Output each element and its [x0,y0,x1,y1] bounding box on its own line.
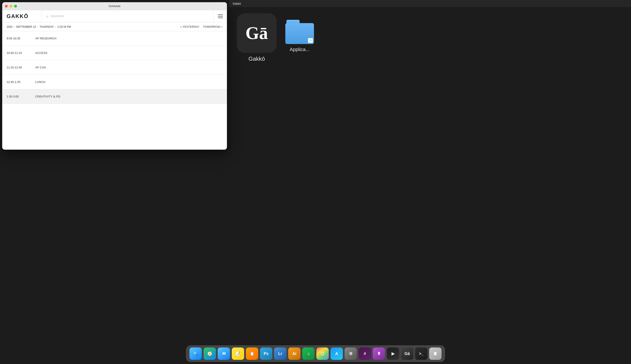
dock-icon-label-podcasts: 🎙 [377,352,381,356]
gakko-icon-label: Gakkō [248,56,265,62]
dock-icon-label-photos: ⬡ [321,351,324,356]
yesterday-button[interactable]: ‹‹ YESTERDAY [180,25,199,28]
dock-icon-label-terminal: >_ [419,352,424,356]
dock-icon-appstore[interactable]: A [331,348,343,360]
close-button[interactable] [5,4,8,8]
schedule-time: 9:05-10:35 [7,37,35,40]
menubar-left: Gakkō [233,2,241,5]
dock-icon-label-slack: # [364,352,366,356]
desktop: Schedule GAKKŌ ⌕ SEARCH 2020 [0,0,631,364]
schedule-list: 9:05-10:35 AP RESEARCH 10:40-11:10 ACCES… [2,31,227,150]
dock-icon-photos[interactable]: ⬡ [317,348,329,360]
schedule-item[interactable]: 1:30-3:00 CREATIVITY & PD [2,89,227,104]
menu-button[interactable] [214,10,227,22]
dock-icon-label-appstore: A [335,352,338,356]
schedule-time: 11:15-12:45 [7,66,35,69]
dock-icon-trash[interactable]: 🗑 [429,348,442,360]
dock-icon-label-notes: 📝 [235,351,240,356]
dock-icon-label-gakko: Gā [405,352,410,356]
window-controls [5,4,17,8]
breadcrumb-sep-1: › [14,25,15,28]
dock-icon-appletv[interactable]: ▶ [387,348,399,360]
breadcrumb-year: 2020 [7,25,13,28]
dock-icon-label-appletv: ▶ [392,351,395,356]
breadcrumb-sep-2: › [37,25,38,28]
dock-icon-label-sysprefs: ⚙ [349,351,353,356]
schedule-class-name: AP RESEARCH [35,37,56,40]
search-icon: ⌕ [46,14,49,18]
dock-icon-label-safari: 🧭 [207,351,212,356]
desktop-icon-applications[interactable]: ↗ Applica... [285,20,314,52]
hamburger-icon [218,14,223,18]
dock-icon-label-reminders: 📋 [250,351,254,356]
minimize-button[interactable] [10,4,12,8]
dock-icon-notes[interactable]: 📝 [232,348,244,360]
dock-icon-photoshop[interactable]: Ps [260,348,272,360]
schedule-time: 10:40-11:10 [7,51,35,54]
dock-icon-label-lightroom: Lr [278,352,282,356]
maximize-button[interactable] [14,4,17,8]
breadcrumb-month: SEPTEMBER 10 [16,25,36,28]
breadcrumb: 2020 › SEPTEMBER 10 › THURSDAY › 2:20:34… [7,25,71,28]
dock-icon-label-mail: ✉ [222,351,226,356]
schedule-time: 12:45-1:25 [7,80,35,84]
dock-icon-reminders[interactable]: 📋 [246,348,258,360]
dock-icon-terminal[interactable]: >_ [415,348,427,360]
dock-icon-safari[interactable]: 🧭 [204,348,216,360]
dock-icon-illustrator[interactable]: Ai [288,348,300,360]
app-logo: GAKKŌ [2,10,42,22]
nav-controls: ‹‹ YESTERDAY TOMORROW ›› [180,25,222,28]
schedule-item[interactable]: 9:05-10:35 AP RESEARCH [2,31,227,46]
menubar-appname: Gakkō [233,2,241,5]
menubar: Gakkō [229,0,631,7]
applications-icon-label: Applica... [290,47,310,52]
dock-icon-label-spotify: ♫ [307,352,310,356]
schedule-class-name: ACCESS [35,51,47,54]
schedule-class-name: AP CSA [35,66,46,69]
dock-icon-spotify[interactable]: ♫ [302,348,314,360]
schedule-item[interactable]: 11:15-12:45 AP CSA [2,60,227,75]
dock-icon-label-photoshop: Ps [264,352,268,356]
dock-icon-podcasts[interactable]: 🎙 [373,348,385,360]
breadcrumb-sep-3: › [55,25,56,28]
dock-icon-gakko[interactable]: Gā [401,348,413,360]
schedule-time: 1:30-3:00 [7,95,35,98]
window-title: Schedule [109,4,121,8]
gakko-icon-background: Gā [237,13,276,53]
logo-text: GAKKŌ [7,13,29,19]
schedule-class-name: LUNCH [35,80,45,84]
breadcrumb-time: 2:20:34 PM [58,25,71,28]
dock-icon-lightroom[interactable]: Lr [274,348,286,360]
schedule-class-name: CREATIVITY & PD [35,95,60,98]
schedule-item[interactable]: 10:40-11:10 ACCESS [2,46,227,60]
gakko-icon-char: Gā [245,24,268,42]
dock: 🔍🧭✉📝📋PsLrAi♫⬡A⚙#🎙▶Gā>_🗑 [186,346,445,362]
app-window: Schedule GAKKŌ ⌕ SEARCH 2020 [2,2,227,150]
app-header: GAKKŌ ⌕ SEARCH [2,10,227,22]
dock-icon-mail[interactable]: ✉ [218,348,230,360]
titlebar: Schedule [2,2,227,10]
search-placeholder: SEARCH [51,14,64,18]
dock-icon-label-finder: 🔍 [193,351,198,356]
applications-folder-icon: ↗ [285,20,314,44]
dock-icon-label-illustrator: Ai [292,352,296,356]
tomorrow-button[interactable]: TOMORROW ›› [203,25,222,28]
dock-icon-label-trash: 🗑 [433,352,437,356]
schedule-item[interactable]: 12:45-1:25 LUNCH [2,75,227,89]
breadcrumb-bar: 2020 › SEPTEMBER 10 › THURSDAY › 2:20:34… [2,22,227,31]
search-bar[interactable]: ⌕ SEARCH [42,10,214,22]
dock-icon-slack[interactable]: # [359,348,371,360]
desktop-icon-gakko[interactable]: Gā Gakkō [237,13,276,62]
breadcrumb-day: THURSDAY [40,25,54,28]
dock-icon-finder[interactable]: 🔍 [189,348,202,360]
dock-icon-sysprefs[interactable]: ⚙ [345,348,357,360]
